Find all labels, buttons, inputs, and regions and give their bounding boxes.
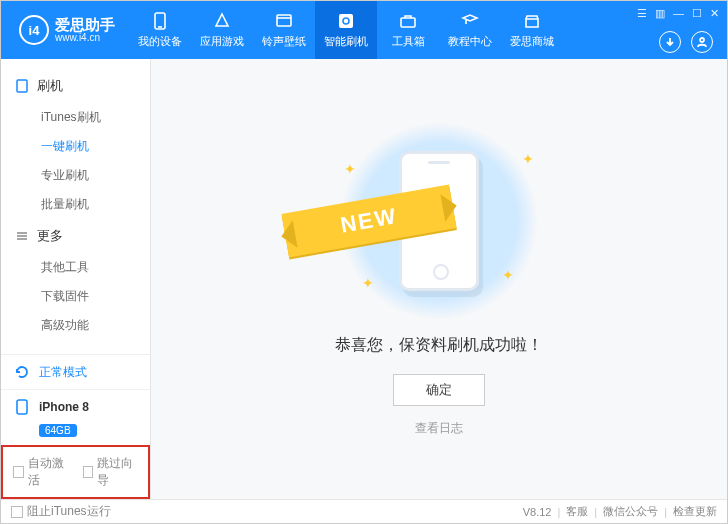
update-link[interactable]: 检查更新 [673, 504, 717, 519]
group-label: 更多 [37, 227, 63, 245]
sidebar-item-other[interactable]: 其他工具 [1, 253, 150, 282]
nav-label: 铃声壁纸 [262, 34, 306, 49]
sidebar-item-firmware[interactable]: 下载固件 [1, 282, 150, 311]
capacity-badge: 64GB [39, 424, 77, 437]
close-icon[interactable]: ✕ [710, 7, 719, 20]
svg-rect-2 [277, 15, 291, 26]
download-button[interactable] [659, 31, 681, 53]
view-log-link[interactable]: 查看日志 [415, 420, 463, 437]
skip-guide-checkbox[interactable]: 跳过向导 [83, 455, 139, 489]
support-link[interactable]: 客服 [566, 504, 588, 519]
header-actions [659, 31, 713, 53]
maximize-icon[interactable]: ☐ [692, 7, 702, 20]
window-controls: ☰ ▥ — ☐ ✕ [637, 7, 719, 20]
top-nav: 我的设备 应用游戏 铃声壁纸 智能刷机 工具箱 教程中心 爱思商城 [129, 1, 563, 59]
brand-site: www.i4.cn [55, 32, 115, 44]
menu-icon[interactable]: ☰ [637, 7, 647, 20]
nav-flash[interactable]: 智能刷机 [315, 1, 377, 59]
group-label: 刷机 [37, 77, 63, 95]
checkbox-label: 跳过向导 [97, 455, 138, 489]
sidebar-group-flash[interactable]: 刷机 [1, 69, 150, 103]
mode-label: 正常模式 [39, 364, 87, 381]
nav-tutorials[interactable]: 教程中心 [439, 1, 501, 59]
nav-my-device[interactable]: 我的设备 [129, 1, 191, 59]
brand-logo: i4 [19, 15, 49, 45]
skin-icon[interactable]: ▥ [655, 7, 665, 20]
refresh-icon [13, 363, 31, 381]
prevent-itunes-checkbox[interactable]: 阻止iTunes运行 [11, 503, 111, 520]
status-bar: 阻止iTunes运行 V8.12 | 客服 | 微信公众号 | 检查更新 [1, 499, 727, 523]
flash-options: 自动激活 跳过向导 [1, 445, 150, 499]
brand-block: i4 爱思助手 www.i4.cn [1, 15, 129, 45]
confirm-button[interactable]: 确定 [393, 374, 485, 406]
user-button[interactable] [691, 31, 713, 53]
flash-icon [336, 12, 356, 30]
nav-label: 工具箱 [392, 34, 425, 49]
nav-label: 智能刷机 [324, 34, 368, 49]
wechat-link[interactable]: 微信公众号 [603, 504, 658, 519]
body: 刷机 iTunes刷机 一键刷机 专业刷机 批量刷机 更多 其他工具 下载固件 … [1, 59, 727, 499]
brand-name: 爱思助手 [55, 17, 115, 32]
minimize-icon[interactable]: — [673, 7, 684, 20]
checkbox-label: 自动激活 [28, 455, 69, 489]
checkbox-label: 阻止iTunes运行 [27, 503, 111, 520]
success-message: 恭喜您，保资料刷机成功啦！ [335, 335, 543, 356]
sidebar-item-itunes[interactable]: iTunes刷机 [1, 103, 150, 132]
device-info[interactable]: iPhone 8 64GB [1, 389, 150, 445]
sidebar-group-more[interactable]: 更多 [1, 219, 150, 253]
nav-label: 爱思商城 [510, 34, 554, 49]
store-icon [522, 12, 542, 30]
ringtone-icon [274, 12, 294, 30]
nav-apps[interactable]: 应用游戏 [191, 1, 253, 59]
phone-icon [13, 398, 31, 416]
nav-label: 应用游戏 [200, 34, 244, 49]
sidebar-item-pro[interactable]: 专业刷机 [1, 161, 150, 190]
sidebar-footer: 正常模式 iPhone 8 64GB [1, 354, 150, 445]
device-mode[interactable]: 正常模式 [1, 355, 150, 389]
sidebar: 刷机 iTunes刷机 一键刷机 专业刷机 批量刷机 更多 其他工具 下载固件 … [1, 59, 151, 499]
nav-ringtones[interactable]: 铃声壁纸 [253, 1, 315, 59]
main-panel: ✦✦✦✦ NEW 恭喜您，保资料刷机成功啦！ 确定 查看日志 [151, 59, 727, 499]
svg-point-5 [700, 38, 704, 42]
device-name: iPhone 8 [39, 400, 89, 414]
svg-rect-10 [17, 400, 27, 414]
svg-rect-4 [401, 18, 415, 27]
auto-activate-checkbox[interactable]: 自动激活 [13, 455, 69, 489]
nav-label: 我的设备 [138, 34, 182, 49]
phone-icon [15, 79, 29, 93]
tutorial-icon [460, 12, 480, 30]
svg-rect-3 [339, 14, 353, 28]
device-icon [150, 12, 170, 30]
sidebar-item-advanced[interactable]: 高级功能 [1, 311, 150, 340]
app-header: i4 爱思助手 www.i4.cn 我的设备 应用游戏 铃声壁纸 智能刷机 工具… [1, 1, 727, 59]
more-icon [15, 229, 29, 243]
apps-icon [212, 12, 232, 30]
nav-toolbox[interactable]: 工具箱 [377, 1, 439, 59]
version-label: V8.12 [523, 506, 552, 518]
success-illustration: ✦✦✦✦ NEW [324, 121, 554, 321]
toolbox-icon [398, 12, 418, 30]
nav-label: 教程中心 [448, 34, 492, 49]
sidebar-item-oneclick[interactable]: 一键刷机 [1, 132, 150, 161]
svg-rect-6 [17, 80, 27, 92]
nav-store[interactable]: 爱思商城 [501, 1, 563, 59]
sidebar-item-batch[interactable]: 批量刷机 [1, 190, 150, 219]
